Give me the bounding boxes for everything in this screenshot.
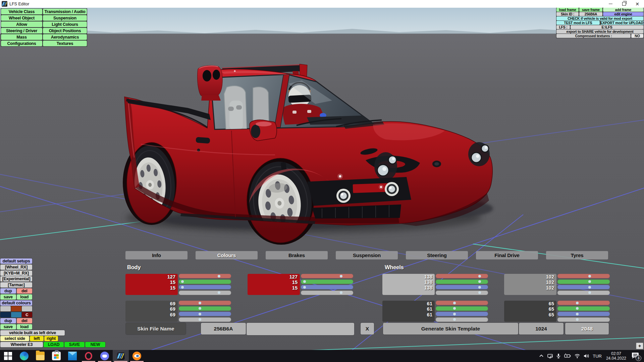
brightness-slider[interactable] — [179, 291, 231, 295]
menu-vehicle-class[interactable]: Vehicle Class — [1, 9, 42, 14]
green-channel-slider[interactable] — [557, 306, 610, 311]
setup-load-button[interactable]: load — [17, 294, 33, 300]
test-mod-button[interactable]: TEST mod in LFS — [556, 21, 600, 25]
load-frame-button[interactable]: load frame — [556, 8, 579, 12]
setup-file-kyb-m-rx[interactable]: [KYB+M_RX] — [0, 270, 32, 276]
brightness-slider[interactable] — [557, 317, 610, 322]
setup-file-experimental[interactable]: [Experimental] — [0, 276, 32, 282]
vehicle-load-button[interactable]: LOAD — [44, 342, 64, 347]
close-button[interactable]: ✕ — [631, 0, 644, 8]
colour-del-button[interactable]: del — [17, 318, 33, 323]
skin-id-value[interactable]: 256B6A — [579, 12, 602, 16]
tab-final-drive[interactable]: Final Drive — [476, 251, 538, 259]
setup-dup-button[interactable]: dup — [0, 288, 16, 294]
green-channel-slider[interactable] — [301, 280, 353, 284]
taskbar-clock[interactable]: 02:07 24.04.2022 — [606, 351, 626, 361]
brightness-slider[interactable] — [301, 291, 353, 295]
red-channel-slider[interactable] — [557, 274, 610, 278]
share-vehicle-button[interactable]: export to SHARE vehicle for development — [556, 29, 643, 34]
preset-swatch-6[interactable]: C — [22, 312, 32, 317]
colour-swatch-wheels-colour-1[interactable]: 138138138 — [382, 274, 435, 295]
zoom-plus-button[interactable]: + — [636, 343, 643, 349]
resolution-2048-button[interactable]: 2048 — [565, 323, 609, 335]
menu-allow[interactable]: Allow — [1, 21, 42, 27]
add-frame-button[interactable]: add frame — [603, 8, 643, 12]
preset-swatch-1[interactable] — [0, 306, 11, 311]
blue-channel-slider[interactable] — [179, 285, 231, 289]
colour-swatch-body-colour-2[interactable]: 1271515 — [248, 274, 300, 295]
tab-steering[interactable]: Steering — [406, 251, 468, 259]
menu-configurations[interactable]: Configurations — [1, 41, 42, 46]
setup-save-button[interactable]: save — [0, 294, 16, 300]
side-right-button[interactable]: right — [44, 336, 58, 341]
colour-swatch-wheels-colour-2[interactable]: 102102102 — [504, 274, 556, 295]
edit-engine-button[interactable]: edit engine — [603, 12, 643, 16]
brightness-slider[interactable] — [557, 291, 610, 295]
resolution-1024-button[interactable]: 1024 — [519, 323, 564, 335]
green-channel-slider[interactable] — [179, 306, 231, 311]
tab-colours[interactable]: Colours — [196, 251, 258, 259]
export-mod-button[interactable]: EXPORT mod for UPLOAD — [600, 21, 644, 25]
compressed-textures-toggle[interactable]: NO — [631, 34, 643, 38]
taskbar-app-file-explorer[interactable] — [32, 350, 48, 362]
menu-suspension[interactable]: Suspension — [43, 15, 87, 21]
green-channel-slider[interactable] — [436, 280, 488, 284]
vehicle-new-button[interactable]: NEW — [85, 342, 105, 347]
blue-channel-slider[interactable] — [557, 285, 610, 289]
language-indicator[interactable]: TUR — [593, 354, 602, 359]
menu-light-colours[interactable]: Light Colours — [43, 21, 87, 27]
taskbar-app-blender[interactable] — [129, 350, 145, 362]
colour-load-button[interactable]: load — [17, 324, 33, 329]
menu-mass[interactable]: Mass — [1, 34, 42, 40]
tab-info[interactable]: Info — [125, 251, 187, 259]
blue-channel-slider[interactable] — [436, 312, 488, 316]
blue-channel-slider[interactable] — [179, 312, 231, 316]
wifi-icon[interactable] — [574, 353, 580, 359]
red-channel-slider[interactable] — [179, 274, 231, 278]
colour-dup-button[interactable]: dup — [0, 318, 16, 323]
menu-aerodynamics[interactable]: Aerodynamics — [43, 34, 87, 40]
battery-icon[interactable] — [564, 353, 571, 359]
skin-filename-input[interactable] — [247, 323, 354, 335]
start-button[interactable] — [0, 350, 16, 362]
chevron-up-icon[interactable] — [539, 353, 544, 359]
built-left-drive-label[interactable]: vehicle built as left drive — [0, 330, 65, 336]
blue-channel-slider[interactable] — [301, 285, 353, 289]
taskbar-app-microsoft-store[interactable] — [48, 350, 64, 362]
setup-file-tarmac[interactable]: [Tarmac] — [0, 282, 32, 288]
brightness-slider[interactable] — [179, 317, 231, 322]
red-channel-slider[interactable] — [557, 301, 610, 305]
colour-save-button[interactable]: save — [0, 324, 16, 329]
green-channel-slider[interactable] — [436, 306, 488, 311]
colour-swatch-wheels-colour-4[interactable]: 656565 — [504, 301, 556, 322]
generate-skin-template-button[interactable]: Generate Skin Template — [383, 323, 518, 335]
lfs-path-value[interactable]: E:\LFS — [571, 25, 643, 29]
cast-icon[interactable] — [547, 353, 553, 359]
green-channel-slider[interactable] — [179, 280, 231, 284]
tab-brakes[interactable]: Brakes — [266, 251, 328, 259]
taskbar-app-opera-gx[interactable] — [80, 350, 97, 362]
colour-swatch-wheels-colour-3[interactable]: 616161 — [382, 301, 435, 322]
vehicle-name[interactable]: Wheeler E3 — [0, 342, 43, 347]
menu-wheel-object[interactable]: Wheel Object — [1, 15, 42, 21]
default-setups-button[interactable]: default setups — [0, 258, 32, 264]
taskbar-app-edge[interactable] — [16, 350, 32, 362]
colour-swatch-body-colour-1[interactable]: 1271515 — [125, 274, 178, 295]
taskbar-app-lfs-editor[interactable] — [113, 350, 129, 362]
colour-swatch-body-colour-3[interactable]: 696969 — [125, 301, 178, 322]
volume-icon[interactable] — [583, 353, 590, 359]
green-channel-slider[interactable] — [557, 280, 610, 284]
notification-center-icon[interactable]: 3 — [631, 352, 641, 360]
vehicle-save-button[interactable]: SAVE — [64, 342, 85, 347]
save-frame-button[interactable]: save frame — [579, 8, 602, 12]
brightness-slider[interactable] — [436, 317, 488, 322]
red-channel-slider[interactable] — [436, 274, 488, 278]
menu-textures[interactable]: Textures — [43, 41, 87, 46]
side-left-button[interactable]: left — [30, 336, 44, 341]
preset-swatch-2[interactable] — [11, 306, 21, 311]
microphone-icon[interactable] — [556, 353, 561, 359]
brightness-slider[interactable] — [436, 291, 488, 295]
restore-button[interactable] — [617, 0, 631, 8]
skin-file-name-value[interactable]: 256B6A — [201, 323, 246, 335]
red-channel-slider[interactable] — [301, 274, 353, 278]
